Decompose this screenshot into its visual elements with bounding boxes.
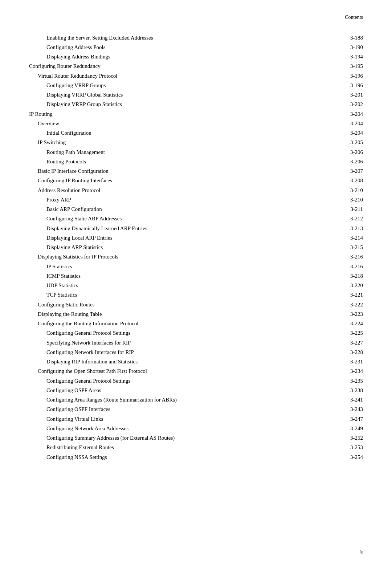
- toc-entry-page: 3-210: [313, 186, 363, 195]
- toc-entry-page: 3-253: [313, 443, 363, 452]
- toc-entry-text: Configuring Static ARP Addresses: [29, 216, 122, 221]
- page-container: Contents Enabling the Server, Setting Ex…: [0, 0, 392, 570]
- toc-entry-text: Displaying Dynamically Learned ARP Entri…: [29, 225, 147, 231]
- toc-entry-text: Displaying ARP Statistics: [29, 244, 103, 250]
- toc-entry-text: Basic IP Interface Configuration: [29, 168, 109, 174]
- toc-entry-page: 3-223: [313, 309, 363, 319]
- toc-entry-page: 3-224: [313, 319, 363, 329]
- toc-table: Enabling the Server, Setting Excluded Ad…: [29, 33, 363, 462]
- toc-entry-text: IP Routing: [29, 111, 53, 117]
- table-row: Displaying RIP Information and Statistic…: [29, 357, 363, 367]
- toc-entry-page: 3-190: [313, 42, 363, 52]
- table-row: Displaying VRRP Group Statistics3-202: [29, 100, 363, 109]
- toc-entry-page: 3-196: [313, 81, 363, 90]
- toc-entry-text: Configuring Area Ranges (Route Summariza…: [29, 397, 177, 403]
- toc-entry-text: Configuring General Protocol Settings: [29, 330, 130, 336]
- toc-entry-page: 3-216: [313, 262, 363, 271]
- toc-entry-text: IP Statistics: [29, 264, 72, 269]
- table-row: Displaying Address Bindings3-194: [29, 52, 363, 62]
- toc-entry-text: Displaying VRRP Group Statistics: [29, 101, 122, 107]
- table-row: Overview3-204: [29, 119, 363, 128]
- table-row: Configuring Virtual Links3-247: [29, 414, 363, 424]
- table-row: Configuring OSPF Interfaces3-243: [29, 405, 363, 414]
- table-row: Configuring NSSA Settings3-254: [29, 452, 363, 462]
- table-row: Configuring OSPF Areas3-238: [29, 386, 363, 395]
- toc-entry-page: 3-214: [313, 233, 363, 243]
- table-row: Address Resolution Protocol3-210: [29, 186, 363, 195]
- table-row: Configuring Summary Addresses (for Exter…: [29, 433, 363, 443]
- toc-entry-page: 3-210: [313, 195, 363, 204]
- table-row: Configuring Network Area Addresses3-249: [29, 424, 363, 433]
- table-row: Basic IP Interface Configuration3-207: [29, 167, 363, 176]
- table-row: Configuring the Routing Information Prot…: [29, 319, 363, 329]
- toc-entry-page: 3-216: [313, 252, 363, 262]
- toc-entry-text: Displaying Local ARP Entries: [29, 235, 113, 241]
- toc-entry-text: ICMP Statistics: [29, 273, 81, 279]
- toc-entry-text: Enabling the Server, Setting Excluded Ad…: [29, 35, 153, 41]
- toc-entry-page: 3-204: [313, 119, 363, 128]
- table-row: IP Routing3-204: [29, 109, 363, 119]
- toc-entry-text: Configuring the Open Shortest Path First…: [29, 368, 147, 374]
- toc-entry-text: Configuring OSPF Areas: [29, 387, 101, 393]
- toc-entry-page: 3-218: [313, 271, 363, 281]
- table-row: Routing Protocols3-206: [29, 157, 363, 166]
- toc-entry-page: 3-247: [313, 414, 363, 424]
- toc-entry-page: 3-196: [313, 71, 363, 81]
- toc-entry-text: Configuring the Routing Information Prot…: [29, 321, 138, 326]
- table-row: Configuring Network Interfaces for RIP3-…: [29, 347, 363, 357]
- toc-entry-text: Basic ARP Configuration: [29, 206, 102, 212]
- page-footer: ix: [359, 550, 363, 555]
- toc-entry-page: 3-215: [313, 243, 363, 252]
- toc-entry-page: 3-220: [313, 281, 363, 290]
- toc-entry-text: Redistributing External Routes: [29, 444, 114, 450]
- toc-entry-page: 3-212: [313, 214, 363, 224]
- toc-entry-page: 3-225: [313, 329, 363, 338]
- table-row: Configuring Area Ranges (Route Summariza…: [29, 395, 363, 405]
- table-row: Configuring General Protocol Settings3-2…: [29, 329, 363, 338]
- header-title: Contents: [345, 15, 363, 20]
- table-row: Configuring Address Pools3-190: [29, 42, 363, 52]
- toc-entry-page: 3-238: [313, 386, 363, 395]
- toc-entry-page: 3-204: [313, 109, 363, 119]
- table-row: Specifying Network Interfaces for RIP3-2…: [29, 338, 363, 347]
- toc-entry-page: 3-254: [313, 452, 363, 462]
- table-row: UDP Statistics3-220: [29, 281, 363, 290]
- toc-entry-text: Routing Path Management: [29, 149, 105, 155]
- table-row: Displaying VRRP Global Statistics3-201: [29, 90, 363, 100]
- toc-entry-page: 3-194: [313, 52, 363, 62]
- toc-entry-page: 3-241: [313, 395, 363, 405]
- toc-entry-text: Configuring OSPF Interfaces: [29, 406, 110, 412]
- page-number: ix: [359, 550, 363, 555]
- table-row: Displaying Dynamically Learned ARP Entri…: [29, 224, 363, 233]
- table-row: Configuring IP Routing Interfaces3-208: [29, 176, 363, 186]
- toc-entry-page: 3-211: [313, 205, 363, 214]
- table-row: Enabling the Server, Setting Excluded Ad…: [29, 33, 363, 42]
- table-row: Displaying Statistics for IP Protocols3-…: [29, 252, 363, 262]
- toc-entry-text: Virtual Router Redundancy Protocol: [29, 73, 117, 79]
- toc-entry-text: Displaying Address Bindings: [29, 54, 110, 60]
- table-row: TCP Statistics3-221: [29, 290, 363, 300]
- table-row: Initial Configuration3-204: [29, 129, 363, 138]
- table-row: IP Statistics3-216: [29, 262, 363, 271]
- toc-entry-page: 3-206: [313, 157, 363, 166]
- toc-entry-text: Configuring Virtual Links: [29, 416, 103, 422]
- toc-entry-text: Configuring Router Redundancy: [29, 63, 101, 69]
- toc-entry-text: Configuring General Protocol Settings: [29, 378, 130, 384]
- toc-entry-page: 3-206: [313, 147, 363, 157]
- toc-entry-text: Configuring Network Interfaces for RIP: [29, 349, 134, 355]
- toc-entry-page: 3-188: [313, 33, 363, 42]
- toc-entry-page: 3-231: [313, 357, 363, 367]
- toc-entry-text: Overview: [29, 121, 59, 126]
- toc-entry-page: 3-213: [313, 224, 363, 233]
- toc-entry-page: 3-249: [313, 424, 363, 433]
- toc-entry-text: Specifying Network Interfaces for RIP: [29, 340, 131, 346]
- table-row: Configuring General Protocol Settings3-2…: [29, 376, 363, 386]
- table-row: Configuring the Open Shortest Path First…: [29, 367, 363, 376]
- toc-entry-text: Configuring Network Area Addresses: [29, 426, 128, 431]
- toc-entry-page: 3-235: [313, 376, 363, 386]
- table-row: Configuring Static Routes3-222: [29, 300, 363, 309]
- toc-entry-page: 3-195: [313, 62, 363, 71]
- toc-entry-text: UDP Statistics: [29, 282, 78, 288]
- toc-entry-text: Routing Protocols: [29, 159, 86, 164]
- toc-entry-text: Displaying RIP Information and Statistic…: [29, 359, 138, 365]
